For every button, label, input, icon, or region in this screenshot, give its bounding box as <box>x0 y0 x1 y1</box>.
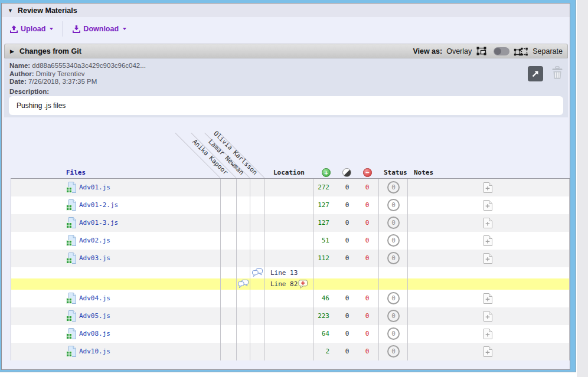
window-frame: ▼ Review Materials Upload Download <box>0 0 576 372</box>
status-badge[interactable]: 0 <box>387 345 400 358</box>
modified-count: 0 <box>338 196 356 214</box>
added-count: 64 <box>306 325 329 343</box>
deleted-lines-icon: − <box>363 168 372 177</box>
file-added-icon <box>66 235 76 246</box>
add-note-button[interactable] <box>483 200 492 211</box>
status-badge[interactable]: 0 <box>387 217 400 229</box>
download-button[interactable]: Download <box>73 25 126 33</box>
status-badge[interactable]: 0 <box>387 199 400 211</box>
status-badge[interactable]: 0 <box>387 181 400 194</box>
modified-lines-icon <box>342 168 351 177</box>
added-count: 127 <box>306 196 329 214</box>
file-name-link[interactable]: Adv01.js <box>79 179 110 196</box>
comment-location-label[interactable]: Line 82 <box>270 278 298 290</box>
file-name-link[interactable]: Adv04.js <box>79 290 110 307</box>
deleted-count: 0 <box>359 290 375 307</box>
file-added-icon <box>66 182 76 193</box>
add-note-button[interactable] <box>483 182 492 193</box>
file-name-link[interactable]: Adv05.js <box>79 307 110 325</box>
add-note-button[interactable] <box>483 329 492 339</box>
file-name-link[interactable]: Adv03.js <box>79 250 110 267</box>
view-as-label: View as: <box>413 47 442 55</box>
download-label: Download <box>83 25 119 33</box>
table-row[interactable]: Adv01.js272000 <box>11 179 570 196</box>
notes-column-header: Notes <box>414 167 433 178</box>
modified-count: 0 <box>338 290 356 307</box>
collapse-down-icon[interactable]: ▼ <box>8 8 13 14</box>
table-row[interactable]: Adv05.js223000 <box>11 307 570 325</box>
comment-bubble-icon[interactable] <box>252 268 263 277</box>
table-row[interactable]: Adv02.js51000 <box>11 232 570 250</box>
file-name-link[interactable]: Adv02.js <box>79 232 110 250</box>
upload-icon <box>10 25 18 33</box>
column-grid-line <box>220 179 221 360</box>
add-note-button[interactable] <box>483 218 492 228</box>
column-grid-line <box>378 179 379 360</box>
comment-row[interactable]: Line 82 <box>11 278 570 290</box>
table-row[interactable]: Adv01-2.js127000 <box>11 196 570 214</box>
add-comment-button[interactable] <box>298 280 309 289</box>
deleted-count: 0 <box>359 232 375 250</box>
deleted-count: 0 <box>359 307 375 325</box>
status-badge[interactable]: 0 <box>387 234 400 247</box>
commit-name-value: dd88a6555340a3c429c903c96c042... <box>32 62 145 69</box>
file-added-icon <box>66 328 76 339</box>
file-name-link[interactable]: Adv10.js <box>79 343 110 360</box>
deleted-count: 0 <box>359 179 375 196</box>
modified-count: 0 <box>338 343 356 360</box>
description-box[interactable]: Pushing .js files <box>9 96 563 115</box>
added-lines-icon: + <box>322 168 331 177</box>
deleted-count: 0 <box>359 196 375 214</box>
status-badge[interactable]: 0 <box>387 252 400 264</box>
file-name-link[interactable]: Adv01-2.js <box>79 196 118 214</box>
file-added-icon <box>66 199 76 211</box>
file-added-icon <box>66 293 76 304</box>
chevron-down-icon <box>50 28 53 30</box>
description-label: Description: <box>9 88 49 95</box>
comment-bubble-icon[interactable] <box>238 280 249 289</box>
materials-toolbar: Upload Download <box>2 17 570 41</box>
commit-date-value: 7/26/2018, 3:37:35 PM <box>28 78 97 85</box>
table-row[interactable]: Adv08.js64000 <box>11 325 570 343</box>
file-name-link[interactable]: Adv08.js <box>79 325 110 343</box>
changes-table: Anika KapoorLamar NewmanOlivia Karlsson … <box>11 167 570 361</box>
status-badge[interactable]: 0 <box>387 327 400 340</box>
column-grid-line <box>407 179 408 360</box>
open-external-button[interactable] <box>528 66 543 81</box>
upload-button[interactable]: Upload <box>10 25 53 33</box>
modified-count: 0 <box>338 307 356 325</box>
add-note-button[interactable] <box>483 235 492 246</box>
status-badge[interactable]: 0 <box>387 292 400 304</box>
table-row[interactable]: Adv01-3.js127000 <box>11 214 570 232</box>
modified-count: 0 <box>338 325 356 343</box>
add-note-button[interactable] <box>483 293 492 304</box>
commit-meta: Name: dd88a6555340a3c429c903c96c042... A… <box>9 62 146 86</box>
view-mode-toggle[interactable] <box>494 47 509 55</box>
column-grid-line <box>236 179 237 360</box>
table-row[interactable]: Adv04.js46000 <box>11 290 570 307</box>
status-badge[interactable]: 0 <box>387 310 400 322</box>
delete-commit-button[interactable] <box>551 66 563 80</box>
changes-from-git-header: ▶ Changes from Git View as: Overlay <box>4 44 568 58</box>
collapse-right-icon[interactable]: ▶ <box>10 48 14 54</box>
column-grid-line <box>569 179 570 360</box>
file-added-icon <box>66 217 76 228</box>
added-count: 51 <box>306 232 329 250</box>
table-row[interactable]: Adv03.js112000 <box>11 250 570 267</box>
add-note-button[interactable] <box>483 253 492 264</box>
file-name-link[interactable]: Adv01-3.js <box>79 214 118 232</box>
comment-row[interactable]: Line 13 <box>11 267 570 278</box>
add-note-button[interactable] <box>483 311 492 322</box>
table-row[interactable]: Adv10.js2000 <box>11 343 570 360</box>
changes-title-group[interactable]: ▶ Changes from Git <box>5 47 81 55</box>
comment-location-label[interactable]: Line 13 <box>270 267 298 278</box>
modified-count: 0 <box>338 250 356 267</box>
files-column-header[interactable]: Files <box>66 167 86 178</box>
added-count: 112 <box>306 250 329 267</box>
review-materials-header[interactable]: ▼ Review Materials <box>2 4 570 17</box>
add-note-button[interactable] <box>483 346 492 357</box>
modified-count: 0 <box>338 179 356 196</box>
overlay-label: Overlay <box>446 47 472 55</box>
toggle-knob <box>494 48 501 55</box>
file-added-icon <box>66 346 76 357</box>
